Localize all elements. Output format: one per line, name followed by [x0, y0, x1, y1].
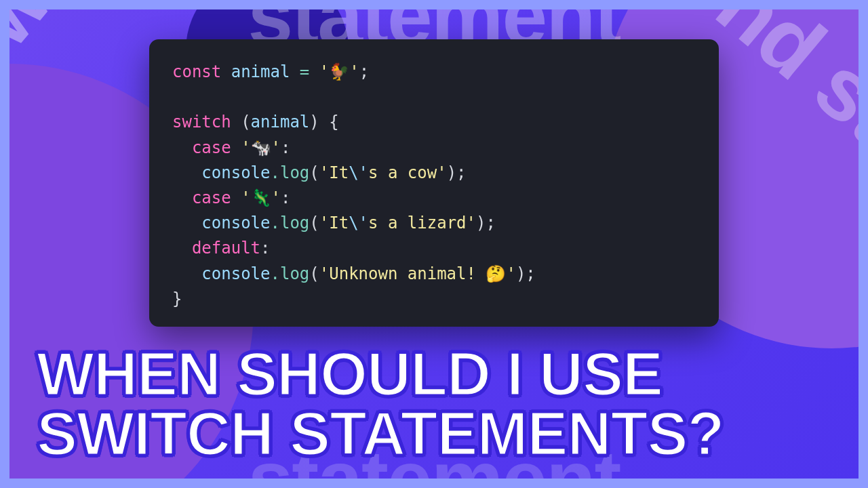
punc-rparen: ): [476, 214, 486, 232]
punc-rparen: ): [447, 163, 456, 182]
str-esc: \': [349, 163, 368, 182]
punc-rparen: ): [516, 264, 526, 283]
code-card: const animal = '🐓'; switch (animal) { ca…: [149, 39, 719, 327]
fn-log: log: [280, 163, 309, 182]
punc-lparen: (: [309, 264, 319, 283]
punc-dot: .: [271, 264, 280, 283]
str-lizard-post: s a lizard': [368, 214, 476, 232]
punc-lparen: (: [309, 214, 319, 232]
str-cow-post: s a cow': [368, 163, 447, 182]
obj-console: console: [201, 163, 270, 182]
str-lizard-emoji: '🦎': [241, 188, 281, 207]
kw-const: const: [172, 62, 221, 81]
kw-case: case: [192, 188, 231, 207]
kw-case: case: [192, 138, 231, 157]
str-lizard-pre: 'It: [319, 214, 349, 232]
obj-console: console: [201, 264, 270, 283]
op-eq: =: [300, 62, 309, 81]
punc-dot: .: [271, 163, 280, 182]
punc-semi: ;: [526, 264, 535, 283]
punc-rbrace: }: [172, 289, 182, 308]
str-chicken: '🐓': [319, 62, 359, 81]
headline-line2: SWITCH STATEMENTS?: [37, 400, 724, 468]
str-cow-pre: 'It: [319, 163, 349, 182]
punc-semi: ;: [486, 214, 495, 232]
thumbnail-frame: statement switch nd st statement const a…: [9, 9, 859, 479]
punc-rparen: ): [309, 113, 319, 131]
kw-default: default: [192, 239, 260, 258]
str-esc: \': [349, 214, 368, 232]
str-cow-emoji: '🐄': [241, 138, 281, 157]
punc-lparen: (: [309, 163, 319, 182]
headline-line1: WHEN SHOULD I USE: [37, 340, 663, 408]
id-animal: animal: [251, 113, 310, 131]
obj-console: console: [201, 214, 270, 232]
code-block: const animal = '🐓'; switch (animal) { ca…: [172, 60, 696, 312]
punc-semi: ;: [359, 62, 369, 81]
punc-colon: :: [260, 239, 270, 258]
fn-log: log: [280, 214, 309, 232]
punc-semi: ;: [456, 163, 466, 182]
punc-dot: .: [271, 214, 280, 232]
id-animal: animal: [231, 62, 290, 81]
punc-colon: :: [281, 138, 290, 157]
fn-log: log: [280, 264, 309, 283]
punc-lbrace: {: [329, 113, 338, 131]
headline: WHEN SHOULD I USE SWITCH STATEMENTS?: [37, 344, 831, 464]
punc-colon: :: [281, 188, 290, 207]
kw-switch: switch: [172, 113, 231, 131]
str-unknown: 'Unknown animal! 🤔': [319, 264, 516, 283]
punc-lparen: (: [241, 113, 250, 131]
